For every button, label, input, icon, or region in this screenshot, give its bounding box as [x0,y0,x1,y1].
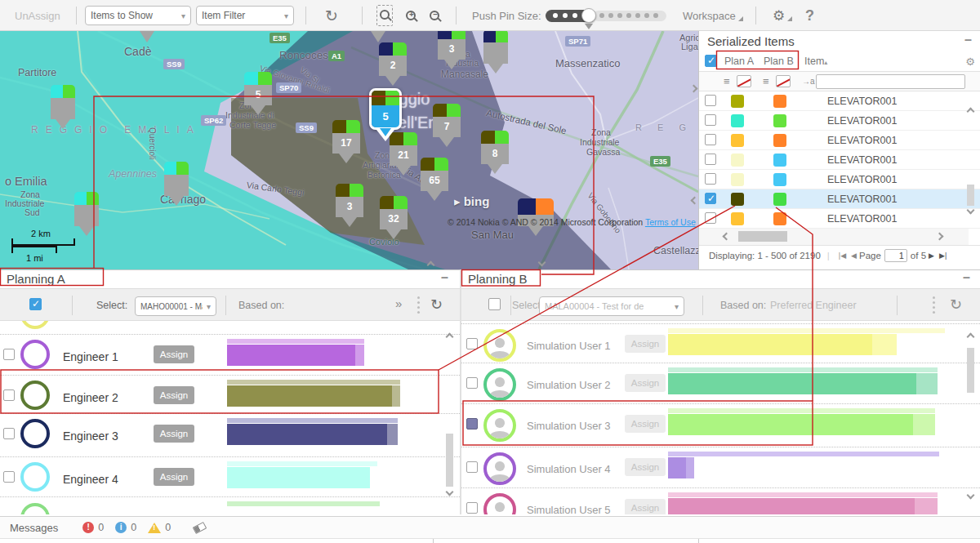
assign-button[interactable]: Assign [625,374,666,392]
plan-a-swatch[interactable] [731,114,744,127]
engineer-row-4[interactable]: Engineer 4Assign [0,456,460,496]
map-pin-5[interactable]: 5 [369,88,402,138]
plan-b-swatch[interactable] [773,95,786,108]
plan-a-swatch[interactable] [731,212,744,225]
minimize-button[interactable]: – [964,33,972,47]
prev-page-icon[interactable]: ◀ [851,251,857,260]
row-checkbox[interactable] [466,461,478,473]
plan-b-swatch[interactable] [773,173,786,186]
plan-b-swatch[interactable] [773,134,786,147]
minimize-button[interactable]: – [963,270,970,285]
serialized-row-5[interactable]: ELEVATOR001 [699,170,980,189]
items-to-show-dropdown[interactable]: Items to Show ▾ [85,6,191,25]
scrollbar-thumb[interactable] [967,185,974,206]
filter-menu-icon[interactable]: ≡ [724,75,730,87]
color-filter-clear-icon-b[interactable] [776,75,791,87]
select-all-engineers-checkbox[interactable] [29,298,42,310]
map-pin-pointer[interactable] [140,31,154,42]
column-item[interactable]: Item▴ [804,56,827,67]
row-checkbox[interactable] [466,502,478,514]
map-pin-2[interactable]: 2 [379,42,407,86]
next-page-icon[interactable]: ▶ [929,251,934,260]
row-checkbox[interactable] [3,349,15,360]
map-pin-17[interactable]: 17 [332,120,360,163]
text-filter-icon[interactable]: →a [802,77,815,86]
item-filter-input[interactable] [816,74,965,89]
plan-b-swatch[interactable] [773,154,786,167]
map-pin-32[interactable]: 32 [380,196,408,239]
minimize-button[interactable]: – [441,270,448,285]
drag-handle-dots[interactable] [933,296,935,299]
engineer-row-2[interactable]: Engineer 2Assign [0,375,460,413]
plan-b-swatch[interactable] [773,212,786,225]
select-all-checkbox[interactable] [705,55,717,67]
item-filter-dropdown[interactable]: Item Filter ▾ [196,6,294,25]
map-pin-5[interactable]: 5 [244,72,272,115]
row-checkbox[interactable] [466,338,478,349]
row-checkbox[interactable] [705,193,716,204]
map-pin[interactable] [164,162,189,206]
last-page-icon[interactable]: ▶| [939,251,947,260]
column-plan-a[interactable]: Plan A [724,56,754,67]
engineer-row-3[interactable]: Engineer 3Assign [0,413,460,456]
workspace-menu[interactable]: Workspace [683,0,743,31]
row-checkbox[interactable] [705,173,716,185]
engineer-row-1[interactable]: Engineer 1Assign [0,334,460,375]
zoom-in-button[interactable]: + [406,0,416,31]
plan-a-swatch[interactable] [731,134,744,147]
column-plan-b[interactable]: Plan B [764,56,794,67]
map-pin[interactable] [483,31,508,73]
select-all-users-checkbox[interactable] [488,298,501,310]
first-page-icon[interactable]: |◀ [839,251,846,260]
serialized-row-1[interactable]: ELEVATOR001 [699,91,980,111]
serialized-row-7[interactable]: ELEVATOR001 [699,209,980,229]
hscrollbar-thumb[interactable] [738,231,787,242]
row-checkbox[interactable] [705,154,716,165]
row-checkbox[interactable] [705,114,716,126]
clear-messages-icon[interactable] [193,522,207,534]
plan-a-swatch[interactable] [731,154,744,167]
serialized-hscrollbar[interactable] [699,229,969,245]
assign-button[interactable]: Assign [625,499,666,514]
serialized-row-6[interactable]: ELEVATOR001 [699,189,980,209]
zoom-to-fit-button[interactable] [376,0,393,31]
plan-b-swatch[interactable] [773,114,786,127]
page-number-input[interactable] [884,249,907,262]
help-button[interactable]: ? [805,0,814,31]
scroll-left-icon[interactable] [723,233,731,241]
assign-button[interactable]: Assign [625,415,666,433]
plan-a-swatch[interactable] [731,193,744,206]
settings-menu[interactable]: ⚙ [773,0,792,31]
serialized-row-3[interactable]: ELEVATOR001 [699,131,980,150]
assign-button[interactable]: Assign [625,458,666,476]
zoom-out-button[interactable]: – [430,0,439,31]
map-pin-8[interactable]: 8 [481,131,509,174]
row-checkbox[interactable] [466,418,478,430]
slider-thumb[interactable] [581,8,596,23]
engineer-row-5[interactable] [0,496,460,514]
more-options-chevrons[interactable]: » [395,296,402,310]
sim-user-row-4[interactable]: Simulation User 4Assign [461,447,980,487]
row-checkbox[interactable] [705,134,716,145]
sim-user-row-3[interactable]: Simulation User 3Assign [461,403,980,447]
planning-a-select-dropdown[interactable]: MAHO00001 - Marco Ho ▾ [135,296,216,316]
assign-button[interactable]: Assign [154,345,194,363]
row-checkbox[interactable] [3,428,15,439]
map-refresh-button[interactable]: ↻ [325,0,338,31]
row-checkbox[interactable] [705,212,716,224]
serialized-row-2[interactable]: ELEVATOR001 [699,111,980,131]
map-pin-pointer[interactable] [371,31,385,42]
map-pin-3[interactable]: 3 [438,31,466,69]
map-pin-3[interactable]: 3 [336,184,363,227]
map-canvas[interactable]: CadèPartitoreREGGIO EMILIARoncocesiVia G… [0,31,698,269]
color-filter-clear-icon-a[interactable] [737,75,751,87]
map-pin[interactable] [74,192,99,236]
assign-button[interactable]: Assign [154,468,194,486]
unassign-button[interactable]: UnAssign [15,0,60,31]
serialized-row-4[interactable]: ELEVATOR001 [699,150,980,170]
plan-b-swatch[interactable] [773,193,786,206]
assign-button[interactable]: Assign [154,386,194,404]
scroll-right-icon[interactable] [936,233,944,241]
assign-button[interactable]: Assign [154,425,194,443]
row-checkbox[interactable] [705,95,716,106]
